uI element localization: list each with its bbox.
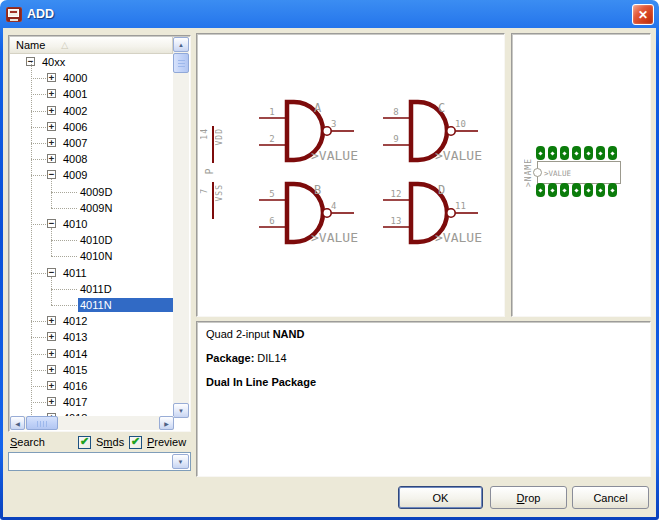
vss-pin-number: 7 (200, 188, 209, 194)
vertical-scrollbar-thumb[interactable] (173, 53, 189, 73)
cancel-button[interactable]: Cancel (572, 486, 649, 509)
tree-item-4011D[interactable]: 4011D (10, 281, 173, 297)
tree-item-4013[interactable]: +4013 (10, 329, 173, 345)
tree-item-4012[interactable]: +4012 (10, 313, 173, 329)
tree-item-4016[interactable]: +4016 (10, 378, 173, 394)
svg-text:C: C (438, 101, 445, 115)
svg-text:3: 3 (331, 119, 336, 129)
tree-item-label[interactable]: 4009N (78, 201, 114, 215)
tree-item-label[interactable]: 4011N (78, 298, 173, 312)
tree-item-4008[interactable]: +4008 (10, 151, 173, 167)
combobox-dropdown-icon[interactable]: ▼ (172, 454, 189, 469)
window-title: ADD (27, 7, 54, 21)
tree-horizontal-scrollbar[interactable]: ◀ ▶ (10, 416, 174, 430)
tree-item-4011N[interactable]: 4011N (10, 297, 173, 313)
expand-icon[interactable]: + (47, 138, 56, 147)
expand-icon[interactable]: + (47, 365, 56, 374)
drop-button[interactable]: Drop (490, 486, 567, 509)
scroll-right-icon[interactable]: ▶ (159, 416, 174, 430)
tree-item-label[interactable]: 4000 (61, 71, 89, 85)
tree-item-40xx[interactable]: −40xx (10, 54, 173, 70)
expand-icon[interactable]: + (47, 381, 56, 390)
svg-text:13: 13 (391, 216, 402, 226)
collapse-icon[interactable]: − (47, 268, 56, 277)
expand-icon[interactable]: + (47, 316, 56, 325)
tree-item-4002[interactable]: +4002 (10, 103, 173, 119)
pad (560, 183, 569, 197)
tree-item-label[interactable]: 4008 (61, 152, 89, 166)
expand-icon[interactable]: + (47, 154, 56, 163)
collapse-icon[interactable]: − (47, 170, 56, 179)
tree-item-4009N[interactable]: 4009N (10, 200, 173, 216)
tree-item-4011[interactable]: −4011 (10, 265, 173, 281)
expand-icon[interactable]: + (47, 122, 56, 131)
expand-icon[interactable]: + (47, 349, 56, 358)
tree-guide-line (51, 179, 52, 207)
search-label: Search (10, 436, 45, 448)
tree-item-label[interactable]: 4011 (61, 266, 89, 280)
tree-items: −40xx+4000+4001+4002+4006+4007+4008−4009… (10, 54, 173, 417)
svg-text:11: 11 (455, 201, 466, 211)
preview-checkbox[interactable] (129, 436, 142, 449)
search-row: Search Smds Preview (10, 436, 192, 451)
tree-item-label[interactable]: 4010N (78, 249, 114, 263)
search-input[interactable] (10, 454, 172, 469)
tree-item-label[interactable]: 4009D (78, 185, 114, 199)
tree-item-4007[interactable]: +4007 (10, 135, 173, 151)
svg-text:2: 2 (269, 134, 274, 144)
tree-item-label[interactable]: 4007 (61, 136, 89, 150)
tree-item-4014[interactable]: +4014 (10, 346, 173, 362)
tree-item-label[interactable]: 4017 (61, 395, 89, 409)
tree-item-label[interactable]: 4002 (61, 104, 89, 118)
scroll-up-icon[interactable]: ▲ (173, 37, 189, 52)
scroll-down-icon[interactable]: ▼ (173, 403, 189, 418)
tree-header[interactable]: Name △ (10, 37, 173, 54)
expand-icon[interactable]: + (47, 397, 56, 406)
preview-label[interactable]: Preview (147, 436, 186, 448)
expand-icon[interactable]: + (47, 73, 56, 82)
smds-checkbox[interactable] (78, 436, 91, 449)
expand-icon[interactable]: + (47, 89, 56, 98)
svg-text:4: 4 (331, 201, 336, 211)
tree-vertical-scrollbar[interactable]: ▲ ▼ (173, 37, 189, 418)
pad (572, 183, 581, 197)
tree-item-label[interactable]: 40xx (40, 55, 67, 69)
svg-text:1: 1 (269, 107, 274, 117)
library-tree-panel: Name △ −40xx+4000+4001+4002+4006+4007+40… (8, 35, 191, 432)
eagle-app-icon (6, 7, 22, 22)
tree-item-label[interactable]: 4013 (61, 330, 89, 344)
close-button[interactable]: ✕ (632, 4, 654, 25)
expand-icon[interactable]: + (47, 106, 56, 115)
scroll-left-icon[interactable]: ◀ (10, 416, 25, 430)
tree-item-label[interactable]: 4015 (61, 363, 89, 377)
tree-item-4010[interactable]: −4010 (10, 216, 173, 232)
description-package: Package: DIL14 (206, 352, 641, 364)
tree-item-label[interactable]: 4016 (61, 379, 89, 393)
smds-label[interactable]: Smds (96, 436, 124, 448)
svg-text:>VALUE: >VALUE (311, 148, 358, 163)
tree-item-4017[interactable]: +4017 (10, 394, 173, 410)
app-icon-screen (8, 9, 19, 17)
tree-item-4009D[interactable]: 4009D (10, 184, 173, 200)
expand-icon[interactable]: + (47, 332, 56, 341)
tree-item-4006[interactable]: +4006 (10, 119, 173, 135)
tree-item-label[interactable]: 4010D (78, 233, 114, 247)
ok-button[interactable]: OK (398, 486, 483, 509)
tree-item-4010N[interactable]: 4010N (10, 248, 173, 264)
horizontal-scrollbar-thumb[interactable] (26, 416, 58, 430)
tree-item-label[interactable]: 4011D (78, 282, 114, 296)
tree-item-label[interactable]: 4012 (61, 314, 89, 328)
tree-item-label[interactable]: 4001 (61, 87, 89, 101)
tree-item-4000[interactable]: +4000 (10, 70, 173, 86)
tree-item-4010D[interactable]: 4010D (10, 232, 173, 248)
nand-gate-b: 5 6 4 B >VALUE (257, 178, 365, 250)
tree-item-label[interactable]: 4006 (61, 120, 89, 134)
collapse-icon[interactable]: − (47, 219, 56, 228)
tree-item-4009[interactable]: −4009 (10, 167, 173, 183)
tree-item-label[interactable]: 4010 (61, 217, 89, 231)
tree-item-label[interactable]: 4014 (61, 347, 89, 361)
tree-item-4001[interactable]: +4001 (10, 86, 173, 102)
tree-item-4015[interactable]: +4015 (10, 362, 173, 378)
tree-item-label[interactable]: 4009 (61, 168, 89, 182)
vss-pin-line (212, 182, 214, 219)
